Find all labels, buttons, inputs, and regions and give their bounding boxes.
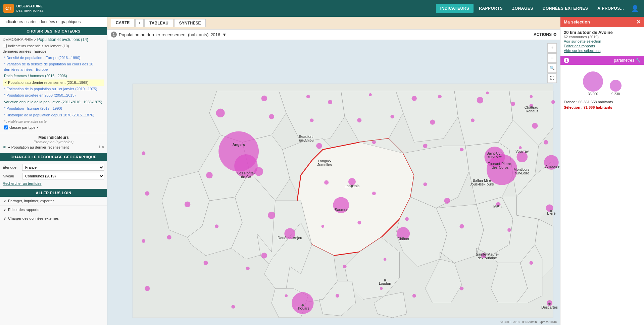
niveau-label: Niveau bbox=[3, 174, 19, 178]
svg-point-24 bbox=[357, 118, 361, 122]
svg-point-47 bbox=[261, 253, 267, 258]
tab-tableau[interactable]: TABLEAU bbox=[144, 19, 173, 27]
svg-point-71 bbox=[551, 100, 555, 104]
nav-item-rapports[interactable]: RAPPORTS bbox=[475, 4, 507, 13]
etendue-row: Étendue France bbox=[3, 163, 104, 172]
close-selection-button[interactable]: ✕ bbox=[636, 19, 641, 25]
indicator-item-row: 👁 ● Population au dernier recensement i … bbox=[3, 144, 104, 151]
expand-button[interactable]: ⛶ bbox=[547, 73, 557, 83]
demography-section: DÉMOGRAPHIE > Population et évolutions (… bbox=[0, 35, 107, 133]
svg-point-16 bbox=[412, 96, 417, 101]
edit-reports-item[interactable]: ∨ Editer des rapports bbox=[0, 206, 107, 214]
chevron-right-icon: ∨ bbox=[3, 199, 6, 203]
svg-point-70 bbox=[142, 151, 145, 155]
decoupage-header: CHANGER LE DÉCOUPAGE GÉOGRAPHIQUE bbox=[0, 153, 107, 161]
svg-text:Saumur: Saumur bbox=[335, 208, 347, 212]
demography-title[interactable]: DÉMOGRAPHIE > Population et évolutions (… bbox=[3, 37, 104, 42]
nav-item-indicateurs[interactable]: INDICATEURS bbox=[436, 4, 474, 13]
choose-indicators-header: CHOISIR DES INDICATEURS bbox=[0, 27, 107, 35]
nav-item-donnees-externes[interactable]: DONNÉES EXTERNES bbox=[539, 4, 592, 13]
remove-icon[interactable]: ✕ bbox=[101, 145, 104, 149]
map-area[interactable]: Angers Les Ponts- de-Cé Beaufort- en-Anj… bbox=[107, 40, 560, 325]
svg-point-59 bbox=[530, 261, 533, 265]
settings-icon: ⚙ bbox=[553, 32, 557, 37]
svg-point-55 bbox=[246, 267, 250, 270]
info-icon[interactable]: i bbox=[99, 145, 100, 149]
share-item[interactable]: ∨ Partager, imprimer, exporter bbox=[0, 197, 107, 206]
svg-point-56 bbox=[343, 265, 347, 268]
header: CT OBSERVATOIRE DES TERRITOIRES INDICATE… bbox=[0, 0, 644, 17]
etendue-select[interactable]: France bbox=[22, 164, 104, 171]
svg-point-12 bbox=[261, 96, 267, 101]
svg-point-23 bbox=[310, 118, 314, 122]
indicator-bar: 1 Population au dernier recensement (hab… bbox=[107, 30, 560, 40]
svg-point-52 bbox=[507, 228, 511, 232]
search-map-button[interactable]: 🔍 bbox=[547, 63, 557, 73]
eye-icon[interactable]: 👁 bbox=[3, 145, 7, 150]
nav-item-a-propos[interactable]: À PROPOS... bbox=[593, 4, 628, 13]
user-icon[interactable]: 👤 bbox=[629, 5, 641, 12]
svg-point-73 bbox=[486, 92, 489, 95]
svg-point-32 bbox=[372, 141, 376, 144]
load-data-item[interactable]: ∨ Charger des données externes bbox=[0, 214, 107, 223]
params-label: parametres bbox=[569, 58, 634, 63]
params-header: 1 parametres 🔧 bbox=[560, 56, 644, 65]
list-item[interactable]: Variation annuelle de la population (201… bbox=[3, 99, 104, 105]
actions-button[interactable]: ACTIONS ⚙ bbox=[534, 32, 557, 37]
svg-point-113 bbox=[531, 106, 533, 109]
aide-selections-link[interactable]: Aide sur les sélections bbox=[564, 48, 641, 53]
list-item[interactable]: Ratio femmes / hommes (2016...2006) bbox=[3, 73, 104, 79]
legend-circles: 36 900 9 230 bbox=[564, 68, 641, 99]
svg-point-54 bbox=[204, 261, 208, 265]
tab-add-button[interactable]: + bbox=[135, 19, 144, 27]
svg-point-34 bbox=[460, 148, 463, 151]
svg-point-106 bbox=[402, 237, 404, 239]
svg-point-27 bbox=[471, 118, 475, 122]
svg-point-107 bbox=[384, 279, 386, 282]
list-item[interactable]: * Population projetée en 2050 (2050...20… bbox=[3, 92, 104, 99]
nav-area: INDICATEURS RAPPORTS ZONAGES DONNÉES EXT… bbox=[436, 4, 641, 13]
indicator-name: Population au dernier recensement (habit… bbox=[119, 32, 208, 37]
svg-point-39 bbox=[324, 180, 329, 184]
svg-point-40 bbox=[372, 192, 376, 195]
sidebar-title: Indicateurs : cartes, données et graphiq… bbox=[0, 17, 107, 27]
svg-point-65 bbox=[285, 294, 288, 297]
legend-circle-large: 36 900 bbox=[583, 71, 603, 96]
essentials-checkbox-row: indicateurs essentiels seulement (10) bbox=[3, 43, 104, 49]
editer-rapports-link[interactable]: Editer des rapports bbox=[564, 44, 641, 48]
svg-point-21 bbox=[216, 109, 225, 117]
chevron-right-icon: ∨ bbox=[3, 216, 6, 221]
params-section: 1 parametres 🔧 36 900 9 230 France : 66 … bbox=[560, 56, 644, 325]
right-panel: Ma selection ✕ 20 km autour de Avoine 62… bbox=[560, 17, 644, 325]
agir-link[interactable]: Agir sur cette sélection bbox=[564, 39, 641, 44]
map-copyright: © CGET 2018 - IGN Admin Express 10km bbox=[500, 320, 557, 324]
search-territory-link[interactable]: Rechercher un territoire bbox=[3, 180, 104, 186]
tab-carte[interactable]: CARTE bbox=[111, 19, 135, 27]
params-num: 1 bbox=[564, 58, 569, 63]
legend-area: 36 900 9 230 France : 66 361 658 habitan… bbox=[560, 65, 644, 113]
list-item[interactable]: * Variation de la densité de population … bbox=[3, 61, 104, 73]
list-item-selected[interactable]: ✓ Population au dernier recensement (201… bbox=[3, 79, 104, 86]
list-item[interactable]: * Historique de la population depuis 187… bbox=[3, 112, 104, 118]
zoom-out-button[interactable]: − bbox=[547, 53, 557, 63]
zoom-in-button[interactable]: + bbox=[547, 43, 557, 53]
svg-point-105 bbox=[351, 185, 353, 187]
chevron-right-icon: ∨ bbox=[3, 208, 6, 212]
essentials-checkbox[interactable] bbox=[3, 44, 7, 48]
mes-indicateurs-section: Mes indicateurs Premier plan (symboles) … bbox=[0, 133, 107, 153]
nav-item-zonages[interactable]: ZONAGES bbox=[508, 4, 537, 13]
dropdown-icon[interactable]: ▼ bbox=[222, 32, 227, 37]
svg-point-13 bbox=[306, 95, 310, 98]
niveau-select[interactable]: Communes (2019) bbox=[22, 173, 104, 179]
tab-synthese[interactable]: SYNTHÈSE bbox=[174, 19, 206, 27]
sort-checkbox[interactable] bbox=[4, 125, 8, 129]
svg-point-64 bbox=[336, 294, 339, 297]
params-icon[interactable]: 🔧 bbox=[636, 58, 641, 63]
sort-row[interactable]: classer par type ▾ bbox=[3, 124, 104, 131]
list-item[interactable]: * Densité de population - Europe (2016..… bbox=[3, 55, 104, 61]
list-item[interactable]: * Estimation de la population au 1er jan… bbox=[3, 86, 104, 92]
svg-point-19 bbox=[511, 102, 515, 106]
list-item[interactable]: * Population - Europe (2017...1990) bbox=[3, 105, 104, 112]
selection-info: 20 km autour de Avoine 62 communes (2019… bbox=[560, 27, 644, 56]
ind-actions: i ✕ bbox=[99, 145, 104, 149]
